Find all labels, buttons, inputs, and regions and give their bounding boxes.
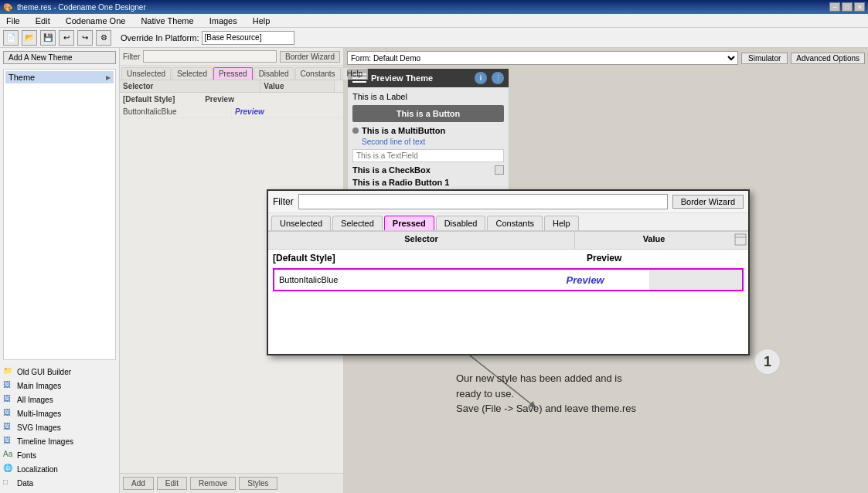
tab-help[interactable]: Help [342, 67, 369, 80]
zoom-tab-constants[interactable]: Constants [487, 216, 543, 230]
tab-pressed[interactable]: Pressed [213, 67, 253, 80]
menu-help[interactable]: Help [250, 16, 274, 26]
badge-number: 1 [764, 354, 771, 370]
toolbar-redo[interactable]: ↪ [77, 30, 93, 46]
menu-codename-one[interactable]: Codename One [63, 16, 129, 26]
image-icon: 🖼 [3, 408, 14, 419]
preview-phone: Preview Theme i ⋮ This is a Label This i… [347, 68, 509, 192]
tab-selected[interactable]: Selected [172, 67, 213, 80]
selector-header: Selector [120, 80, 260, 92]
tree-label: SVG Images [17, 423, 61, 432]
edit-button[interactable]: Edit [157, 477, 187, 490]
menu-native-theme[interactable]: Native Theme [138, 16, 196, 26]
remove-button[interactable]: Remove [190, 477, 236, 490]
zoom-default-row: [Default Style] Preview [268, 250, 748, 267]
multibutton-dot [352, 128, 359, 134]
phone-second-line: Second line of text [352, 137, 504, 148]
phone-checkbox-row: This is a CheckBox [352, 164, 504, 176]
data-icon: □ [3, 478, 14, 488]
style-row[interactable]: ButtonItalicBlue Preview [120, 106, 343, 118]
table-header: Selector Value [120, 80, 343, 93]
menu-edit[interactable]: Edit [32, 16, 53, 26]
close-button[interactable]: ✕ [854, 2, 865, 12]
advanced-options-button[interactable]: Advanced Options [791, 53, 865, 64]
info-icon[interactable]: i [475, 72, 487, 84]
zoom-filter-label: Filter [273, 196, 294, 207]
tab-unselected[interactable]: Unselected [121, 67, 171, 80]
toolbar-settings[interactable]: ⚙ [96, 30, 111, 46]
styles-button[interactable]: Styles [239, 477, 277, 490]
tree-label: Localization [17, 465, 58, 474]
app-icon: 🎨 [3, 3, 12, 12]
add-button[interactable]: Add [123, 477, 154, 490]
default-style-label: [Default Style] [123, 95, 175, 104]
tree-fonts[interactable]: Aa Fonts [3, 448, 116, 462]
theme-item-arrow: ▶ [106, 74, 111, 81]
svg-rect-0 [735, 234, 746, 245]
minimize-button[interactable]: ─ [829, 2, 840, 12]
zoom-tab-pressed[interactable]: Pressed [384, 216, 434, 230]
phone-button[interactable]: This is a Button [352, 105, 504, 122]
checkbox-input[interactable] [495, 165, 504, 175]
toolbar-undo[interactable]: ↩ [59, 30, 74, 46]
simulator-button[interactable]: Simulator [741, 53, 788, 64]
zoom-tab-help[interactable]: Help [544, 216, 579, 230]
filter-label: Filter [123, 53, 140, 61]
phone-textfield[interactable] [352, 149, 504, 162]
hamburger-line [352, 81, 366, 83]
tree-label: Main Images [17, 382, 61, 390]
zoom-border-wizard-button[interactable]: Border Wizard [672, 195, 744, 209]
style-name: ButtonItalicBlue [120, 106, 232, 117]
border-wizard-button[interactable]: Border Wizard [280, 51, 340, 63]
zoom-filter-input[interactable] [298, 194, 668, 209]
checkbox-label: This is a CheckBox [352, 165, 431, 175]
override-combo[interactable] [202, 31, 294, 45]
toolbar-open[interactable]: 📂 [22, 30, 37, 46]
zoom-tab-disabled[interactable]: Disabled [436, 216, 486, 230]
scrollbar-area [334, 80, 343, 92]
tree-localization[interactable]: 🌐 Localization [3, 462, 116, 476]
image-icon: 🖼 [3, 436, 14, 447]
form-selector[interactable]: Form: Default Demo [347, 51, 738, 65]
style-preview: Preview [232, 106, 291, 117]
theme-item-label: Theme [9, 73, 35, 82]
theme-item[interactable]: Theme ▶ [5, 71, 114, 83]
zoom-style-name: ButtonItalicBlue [274, 272, 521, 287]
tree-old-gui[interactable]: 📁 Old GUI Builder [3, 365, 116, 379]
tabs-row: Unselected Selected Pressed Disabled Con… [120, 66, 343, 80]
form-toolbar: Form: Default Demo Simulator Advanced Op… [347, 51, 865, 65]
title-bar: 🎨 theme.res - Codename One Designer ─ □ … [0, 0, 868, 14]
tree-all-images[interactable]: 🖼 All Images [3, 393, 116, 406]
tree-main-images[interactable]: 🖼 Main Images [3, 379, 116, 393]
tree-data[interactable]: □ Data [3, 476, 116, 490]
phone-body: This is a Label This is a Button This is… [348, 87, 509, 192]
toolbar-new[interactable]: 📄 [3, 30, 19, 46]
add-theme-button[interactable]: Add A New Theme [3, 51, 116, 64]
maximize-button[interactable]: □ [842, 2, 853, 12]
toolbar-save[interactable]: 💾 [40, 30, 56, 46]
zoom-style-row[interactable]: ButtonItalicBlue Preview [273, 268, 744, 291]
tree-svg-images[interactable]: 🖼 SVG Images [3, 420, 116, 434]
tree-label: Multi-Images [17, 410, 61, 418]
step-badge: 1 [754, 348, 781, 376]
theme-list: Theme ▶ [3, 69, 116, 360]
filter-input[interactable] [143, 50, 277, 63]
value-header: Value [260, 80, 334, 92]
more-icon[interactable]: ⋮ [492, 72, 504, 84]
window-controls: ─ □ ✕ [829, 2, 865, 12]
phone-title: Preview Theme [371, 73, 470, 83]
tree-multi-images[interactable]: 🖼 Multi-Images [3, 406, 116, 420]
zoom-tabs-row: Unselected Selected Pressed Disabled Con… [268, 213, 748, 232]
tree-label: Data [17, 479, 33, 488]
tree-label: All Images [17, 396, 53, 404]
zoom-tab-selected[interactable]: Selected [332, 216, 383, 230]
zoom-style-preview: Preview [521, 271, 649, 289]
tree-timeline-images[interactable]: 🖼 Timeline Images [3, 434, 116, 448]
tab-constants[interactable]: Constants [295, 67, 341, 80]
menu-images[interactable]: Images [206, 16, 240, 26]
zoom-tab-unselected[interactable]: Unselected [271, 216, 331, 230]
tab-disabled[interactable]: Disabled [254, 67, 294, 80]
menu-file[interactable]: File [3, 16, 23, 26]
override-label: Override In Platform: [121, 33, 199, 42]
title-text: theme.res - Codename One Designer [17, 3, 146, 12]
